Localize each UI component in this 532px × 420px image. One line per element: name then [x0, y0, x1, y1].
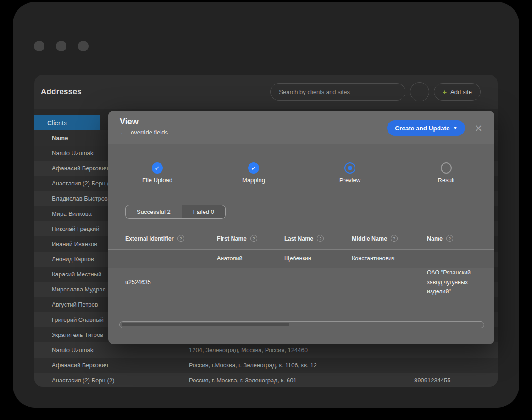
help-icon[interactable]: ? [250, 235, 257, 242]
import-preview-modal: View ← override fields Create and Update… [108, 111, 494, 344]
col-name: Name [427, 235, 443, 242]
window-dot-3[interactable] [78, 41, 89, 51]
plus-icon: + [443, 88, 447, 96]
step-label: Mapping [242, 177, 265, 184]
client-name: Афанасий Беркович [52, 362, 189, 369]
client-address: Россия, г.Москва, г. Зеленоград, к. 1106… [189, 362, 414, 369]
table-row[interactable]: Naruto Uzumaki1204, Зеленоград, Москва, … [34, 342, 498, 358]
back-arrow-icon[interactable]: ← [120, 129, 127, 136]
col-external-identifier: External Identifier [125, 235, 174, 242]
tab-successful[interactable]: Successful 2 [126, 205, 182, 218]
active-step-dot-icon [344, 162, 355, 174]
preview-table: External Identifier? First Name? Last Na… [108, 228, 494, 294]
step-file-upload[interactable]: ✓ File Upload [109, 162, 205, 184]
preview-row[interactable]: u2524635 ОАО "Рязанский завод чугунных и… [108, 268, 494, 294]
col-middle-name: Middle Name [352, 235, 387, 242]
help-icon[interactable]: ? [391, 235, 398, 242]
client-phone: 89091234455 [414, 377, 498, 384]
cell-external-identifier: u2524635 [125, 278, 217, 287]
table-row[interactable]: Афанасий БерковичРоссия, г.Москва, г. Зе… [34, 358, 498, 373]
horizontal-scrollbar[interactable] [119, 321, 484, 328]
check-icon: ✓ [251, 165, 256, 172]
check-icon: ✓ [155, 165, 160, 172]
search-placeholder: Search by clients and sites [279, 89, 350, 95]
modal-header: View ← override fields Create and Update… [108, 111, 494, 144]
window-dot-2[interactable] [56, 41, 66, 51]
page-title: Addresses [41, 87, 82, 96]
preview-table-header: External Identifier? First Name? Last Na… [108, 228, 494, 250]
add-site-label: Add site [450, 89, 472, 95]
create-and-update-label: Create and Update [395, 125, 449, 132]
app-window-frame: Addresses Search by clients and sites + … [13, 2, 519, 408]
window-dot-1[interactable] [34, 41, 44, 51]
help-icon[interactable]: ? [177, 235, 184, 242]
pending-step-dot-icon [441, 162, 452, 174]
client-name: Naruto Uzumaki [52, 347, 189, 353]
tab-failed[interactable]: Failed 0 [182, 205, 225, 218]
create-and-update-button[interactable]: Create and Update ▼ [387, 120, 465, 136]
step-label: File Upload [142, 177, 172, 184]
result-tabs: Successful 2 Failed 0 [125, 205, 226, 219]
cell-middle-name: Константинович [352, 254, 427, 263]
tab-clients-label: Clients [47, 119, 67, 127]
icon-button[interactable] [410, 82, 429, 101]
col-first-name: First Name [217, 235, 247, 242]
preview-row[interactable]: Анатолий Щебенкин Константинович [108, 250, 494, 268]
cell-last-name: Щебенкин [284, 254, 352, 263]
import-stepper: ✓ File Upload ✓ Mapping Preview Result [109, 162, 494, 184]
window-controls [34, 41, 89, 51]
client-address: Россия, г. Москва, г. Зеленоград, к. 601 [189, 377, 414, 384]
step-result[interactable]: Result [398, 162, 494, 184]
tab-clients[interactable]: Clients [34, 115, 100, 130]
help-icon[interactable]: ? [317, 235, 324, 242]
table-row[interactable]: Анастасия (2) Берц (2)Россия, г. Москва,… [34, 373, 498, 387]
chevron-down-icon: ▼ [453, 126, 457, 130]
client-name: Анастасия (2) Берц (2) [52, 377, 189, 384]
help-icon[interactable]: ? [446, 235, 453, 242]
add-site-button[interactable]: + Add site [434, 83, 481, 101]
scrollbar-thumb[interactable] [122, 323, 289, 326]
step-label: Preview [339, 177, 360, 184]
step-preview[interactable]: Preview [302, 162, 398, 184]
search-input[interactable]: Search by clients and sites [270, 83, 405, 101]
col-last-name: Last Name [284, 235, 313, 242]
cell-first-name: Анатолий [217, 254, 284, 263]
titlebar: Addresses Search by clients and sites + … [34, 75, 498, 109]
client-address: 1204, Зеленоград, Москва, Россия, 124460 [189, 347, 414, 353]
breadcrumb[interactable]: override fields [131, 129, 168, 136]
cell-name: ОАО "Рязанский завод чугунных изделий" [427, 268, 482, 297]
step-mapping[interactable]: ✓ Mapping [205, 162, 302, 184]
step-label: Result [438, 177, 455, 184]
close-icon[interactable]: ✕ [471, 123, 485, 134]
